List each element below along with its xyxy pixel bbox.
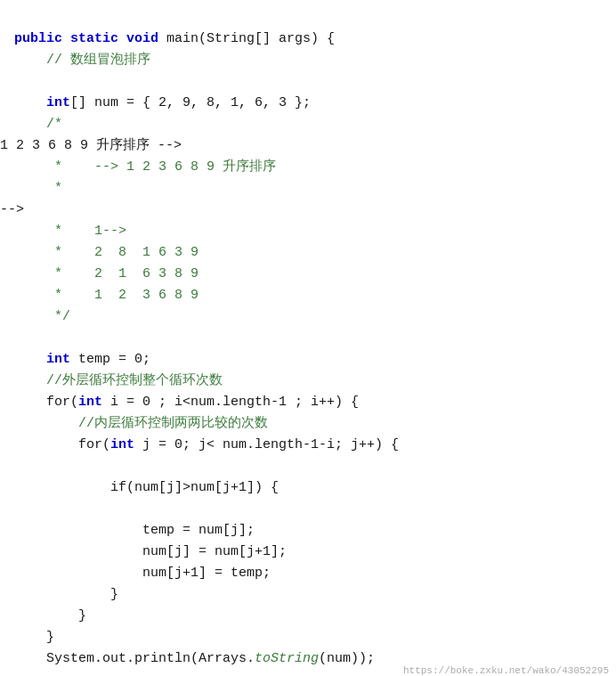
code-line: //外层循环控制整个循环次数 [0, 371, 616, 392]
keyword: int [46, 95, 70, 110]
code-line: } [0, 627, 616, 648]
keyword: int [78, 395, 102, 410]
code-block: public static void main(String[] args) {… [0, 0, 616, 676]
code-text: if(num[j]>num[j+1]) { [110, 480, 279, 495]
comment: //内层循环控制两两比较的次数 [78, 416, 268, 431]
code-line: * 1--> [0, 221, 616, 242]
code-line: temp = num[j]; [0, 520, 616, 542]
code-line: } [0, 606, 616, 627]
code-line: if(num[j]>num[j+1]) { [0, 477, 616, 499]
code-text: (num)); [319, 651, 375, 666]
code-text: num[j+1] = temp; [142, 566, 271, 581]
comment: /* [46, 117, 62, 132]
code-line: * [0, 178, 616, 200]
code-line: for(int i = 0 ; i<num.length-1 ; i++) { [0, 392, 616, 413]
code-text: temp = 0; [70, 352, 150, 367]
code-line [0, 499, 616, 520]
comment: * 1--> [54, 224, 126, 239]
code-line: int temp = 0; [0, 349, 616, 371]
code-line: // 数组冒泡排序 [0, 50, 616, 71]
code-line [0, 456, 616, 477]
watermark-text: https://boke.zxku.net/wako/43052295 [403, 664, 609, 676]
code-line: } [0, 584, 616, 606]
code-text: i = 0 ; i<num.length-1 ; i++) { [102, 395, 359, 410]
code-text: temp = num[j]; [142, 523, 255, 538]
code-line [0, 71, 616, 93]
code-text: } [110, 587, 118, 602]
comment: * [54, 181, 62, 196]
comment: //外层循环控制整个循环次数 [46, 373, 223, 388]
keyword: int [110, 437, 134, 452]
code-line: /* [0, 114, 616, 135]
code-line: * --> 1 2 3 6 8 9 升序排序 [0, 157, 616, 178]
keyword: static [70, 31, 126, 46]
code-line [0, 7, 616, 29]
code-text: main(String[] args) { [166, 31, 335, 46]
code-text: for( [78, 437, 110, 452]
code-text-italic: toString [255, 651, 319, 666]
code-text: } [78, 608, 86, 623]
comment: // 数组冒泡排序 [46, 53, 150, 68]
code-line: int[] num = { 2, 9, 8, 1, 6, 3 }; [0, 93, 616, 114]
code-line: num[j] = num[j+1]; [0, 542, 616, 563]
comment: * 2 1 6 3 8 9 [54, 266, 199, 281]
keyword: void [126, 31, 166, 46]
keyword: int [46, 352, 70, 367]
code-line: for(int j = 0; j< num.length-1-i; j++) { [0, 435, 616, 456]
code-line: //内层循环控制两两比较的次数 [0, 413, 616, 435]
code-line: num[j+1] = temp; [0, 563, 616, 584]
code-line: * 2 8 1 6 3 9 [0, 242, 616, 264]
code-line: * 1 2 3 6 8 9 [0, 285, 616, 306]
keyword: public [14, 31, 70, 46]
comment: */ [54, 309, 70, 324]
code-line: public static void main(String[] args) { [0, 29, 616, 50]
code-text: System.out.println(Arrays. [46, 651, 255, 666]
comment: * 2 8 1 6 3 9 [54, 245, 199, 260]
code-line: */ [0, 306, 616, 328]
code-text: for( [46, 395, 78, 410]
code-text: j = 0; j< num.length-1-i; j++) { [134, 437, 399, 452]
code-text: num[j] = num[j+1]; [142, 544, 287, 559]
code-text: } [46, 630, 54, 645]
code-text: [] num = { 2, 9, 8, 1, 6, 3 }; [70, 95, 311, 110]
code-line: * 2 1 6 3 8 9 [0, 264, 616, 285]
comment: * --> 1 2 3 6 8 9 升序排序 [54, 159, 276, 175]
code-line [0, 328, 616, 349]
comment: * 1 2 3 6 8 9 [54, 288, 199, 303]
